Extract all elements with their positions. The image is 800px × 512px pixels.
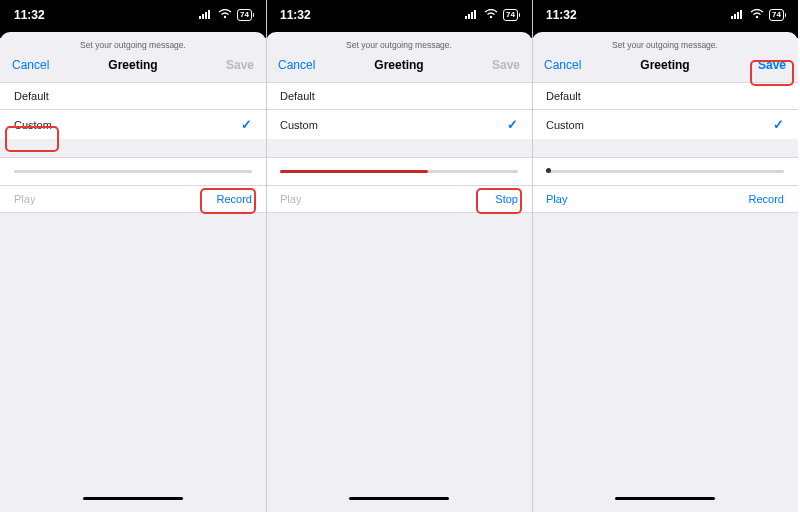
row-default-label: Default: [546, 90, 581, 102]
progress-dot: [546, 168, 551, 173]
wifi-icon: [750, 8, 764, 22]
svg-rect-6: [468, 14, 470, 19]
signal-icon: [199, 8, 213, 22]
wifi-icon: [484, 8, 498, 22]
status-time: 11:32: [280, 8, 311, 22]
home-indicator: [615, 497, 715, 501]
row-custom-label: Custom: [546, 119, 584, 131]
save-button: Save: [470, 58, 520, 72]
svg-rect-2: [205, 12, 207, 19]
nav-bar: Cancel Greeting Save: [0, 54, 266, 82]
save-button[interactable]: Save: [736, 58, 786, 72]
cancel-button[interactable]: Cancel: [544, 58, 594, 72]
status-time: 11:32: [546, 8, 577, 22]
svg-rect-12: [737, 12, 739, 19]
svg-point-4: [224, 16, 226, 18]
row-default[interactable]: Default: [0, 82, 266, 109]
screen-1: 11:32 74 Set your outgoing message. Canc…: [0, 0, 266, 512]
battery-icon: 74: [237, 9, 252, 21]
page-title: Greeting: [640, 58, 689, 72]
svg-rect-10: [731, 16, 733, 19]
row-custom[interactable]: Custom ✓: [266, 109, 532, 139]
screen-3: 11:32 74 Set your outgoing message. Canc…: [532, 0, 798, 512]
row-custom-label: Custom: [280, 119, 318, 131]
battery-icon: 74: [503, 9, 518, 21]
record-button[interactable]: Record: [749, 193, 784, 205]
waveform: [532, 157, 798, 186]
page-title: Greeting: [108, 58, 157, 72]
svg-rect-3: [208, 10, 210, 19]
cancel-button[interactable]: Cancel: [278, 58, 328, 72]
cancel-button[interactable]: Cancel: [12, 58, 62, 72]
record-button[interactable]: Record: [217, 193, 252, 205]
header-subtitle: Set your outgoing message.: [266, 32, 532, 54]
checkmark-icon: ✓: [241, 117, 252, 132]
play-button[interactable]: Play: [546, 193, 567, 205]
save-button: Save: [204, 58, 254, 72]
home-indicator: [83, 497, 183, 501]
status-time: 11:32: [14, 8, 45, 22]
controls-row: Play Stop: [266, 186, 532, 213]
nav-bar: Cancel Greeting Save: [532, 54, 798, 82]
checkmark-icon: ✓: [773, 117, 784, 132]
svg-point-14: [756, 16, 758, 18]
svg-point-9: [490, 16, 492, 18]
page-title: Greeting: [374, 58, 423, 72]
controls-row: Play Record: [532, 186, 798, 213]
status-bar: 11:32 74: [0, 0, 266, 30]
signal-icon: [731, 8, 745, 22]
svg-rect-8: [474, 10, 476, 19]
play-button: Play: [14, 193, 35, 205]
waveform: [266, 157, 532, 186]
progress-fill: [280, 170, 428, 173]
checkmark-icon: ✓: [507, 117, 518, 132]
controls-row: Play Record: [0, 186, 266, 213]
stop-button[interactable]: Stop: [495, 193, 518, 205]
status-bar: 11:32 74: [266, 0, 532, 30]
header-subtitle: Set your outgoing message.: [532, 32, 798, 54]
play-button: Play: [280, 193, 301, 205]
svg-rect-1: [202, 14, 204, 19]
svg-rect-0: [199, 16, 201, 19]
wifi-icon: [218, 8, 232, 22]
row-default-label: Default: [14, 90, 49, 102]
signal-icon: [465, 8, 479, 22]
waveform: [0, 157, 266, 186]
header-subtitle: Set your outgoing message.: [0, 32, 266, 54]
svg-rect-7: [471, 12, 473, 19]
svg-rect-11: [734, 14, 736, 19]
svg-rect-5: [465, 16, 467, 19]
row-default[interactable]: Default: [532, 82, 798, 109]
screen-2: 11:32 74 Set your outgoing message. Canc…: [266, 0, 532, 512]
row-custom-label: Custom: [14, 119, 52, 131]
row-custom[interactable]: Custom ✓: [0, 109, 266, 139]
row-default-label: Default: [280, 90, 315, 102]
row-custom[interactable]: Custom ✓: [532, 109, 798, 139]
status-bar: 11:32 74: [532, 0, 798, 30]
home-indicator: [349, 497, 449, 501]
nav-bar: Cancel Greeting Save: [266, 54, 532, 82]
svg-rect-13: [740, 10, 742, 19]
row-default[interactable]: Default: [266, 82, 532, 109]
battery-icon: 74: [769, 9, 784, 21]
